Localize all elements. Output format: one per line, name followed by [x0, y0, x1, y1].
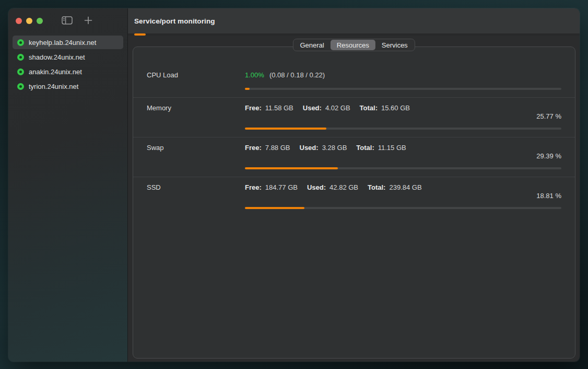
progress-track	[245, 88, 561, 90]
used-label: Used:	[300, 144, 319, 152]
used-label: Used:	[307, 183, 326, 191]
used-value: 4.02 GB	[325, 104, 350, 112]
sidebar-toolbar	[8, 8, 127, 33]
tab-services[interactable]: Services	[375, 40, 414, 50]
progress-fill	[245, 128, 326, 130]
resource-row-memory: Memory Free:11.58 GB Used:4.02 GB Total:…	[133, 97, 575, 137]
total-label: Total:	[368, 183, 385, 191]
server-name: shadow.24unix.net	[29, 53, 85, 61]
title-bar: Service/port monitoring	[128, 8, 580, 33]
resource-row-ssd: SSD Free:184.77 GB Used:42.82 GB Total:2…	[133, 177, 575, 216]
free-label: Free:	[245, 104, 262, 112]
usage-percent: 18.81 %	[147, 192, 561, 200]
resource-row-swap: Swap Free:7.88 GB Used:3.28 GB Total:11.…	[133, 137, 575, 177]
used-value: 3.28 GB	[322, 144, 347, 152]
tab-resources[interactable]: Resources	[331, 40, 375, 50]
server-name: tyrion.24unix.net	[29, 83, 78, 90]
cpu-load-value: 1.00%	[245, 71, 264, 79]
tab-bar: General Resources Services	[292, 39, 415, 51]
server-name: anakin.24unix.net	[29, 68, 82, 76]
sidebar-toggle-button[interactable]	[62, 16, 73, 26]
total-label: Total:	[360, 104, 378, 112]
online-status-icon	[17, 39, 24, 46]
row-label: Memory	[147, 104, 245, 112]
resource-row-cpu: CPU Load 1.00% (0.08 / 0.18 / 0.22)	[133, 47, 575, 97]
online-status-icon	[17, 54, 24, 61]
progress-track	[245, 128, 561, 130]
sidebar: keyhelp.lab.24unix.net shadow.24unix.net…	[8, 8, 128, 362]
page-title: Service/port monitoring	[134, 17, 215, 25]
usage-percent: 29.39 %	[147, 152, 561, 160]
toolbar-icons	[62, 16, 92, 26]
add-server-button[interactable]	[84, 16, 92, 26]
sidebar-item-shadow[interactable]: shadow.24unix.net	[13, 50, 123, 64]
main-content: Service/port monitoring CPU Load 1.00% (…	[128, 8, 580, 362]
row-label: CPU Load	[147, 71, 245, 79]
free-value: 7.88 GB	[265, 144, 290, 152]
total-value: 15.60 GB	[381, 104, 410, 112]
total-value: 11.15 GB	[378, 144, 406, 152]
total-value: 239.84 GB	[389, 183, 421, 191]
free-label: Free:	[245, 183, 262, 191]
row-label: SSD	[147, 183, 245, 191]
used-value: 42.82 GB	[330, 183, 358, 191]
close-button[interactable]	[16, 18, 22, 24]
sidebar-item-keyhelp[interactable]: keyhelp.lab.24unix.net	[13, 36, 123, 49]
app-window: keyhelp.lab.24unix.net shadow.24unix.net…	[8, 8, 580, 362]
tab-general[interactable]: General	[293, 40, 330, 50]
traffic-lights	[16, 18, 43, 24]
row-label: Swap	[147, 144, 245, 152]
online-status-icon	[17, 68, 24, 75]
resource-rows: CPU Load 1.00% (0.08 / 0.18 / 0.22) Memo…	[133, 47, 575, 216]
sidebar-item-anakin[interactable]: anakin.24unix.net	[13, 65, 123, 78]
server-list: keyhelp.lab.24unix.net shadow.24unix.net…	[8, 33, 127, 95]
used-label: Used:	[303, 104, 322, 112]
resources-panel: CPU Load 1.00% (0.08 / 0.18 / 0.22) Memo…	[133, 47, 575, 359]
free-value: 184.77 GB	[265, 183, 298, 191]
progress-fill	[245, 207, 304, 209]
content-body: CPU Load 1.00% (0.08 / 0.18 / 0.22) Memo…	[128, 36, 580, 362]
free-label: Free:	[245, 144, 262, 152]
minimize-button[interactable]	[26, 18, 32, 24]
progress-fill	[245, 167, 338, 169]
sidebar-item-tyrion[interactable]: tyrion.24unix.net	[13, 79, 123, 93]
usage-percent: 25.77 %	[147, 112, 561, 121]
progress-track	[245, 167, 561, 169]
cpu-load-averages: (0.08 / 0.18 / 0.22)	[269, 71, 325, 79]
zoom-button[interactable]	[37, 18, 43, 24]
online-status-icon	[17, 83, 24, 90]
progress-track	[245, 207, 561, 209]
total-label: Total:	[356, 144, 374, 152]
free-value: 11.58 GB	[265, 104, 293, 112]
server-name: keyhelp.lab.24unix.net	[29, 39, 96, 47]
progress-fill	[245, 88, 250, 90]
add-icon	[84, 16, 92, 26]
sidebar-toggle-icon	[62, 16, 73, 26]
